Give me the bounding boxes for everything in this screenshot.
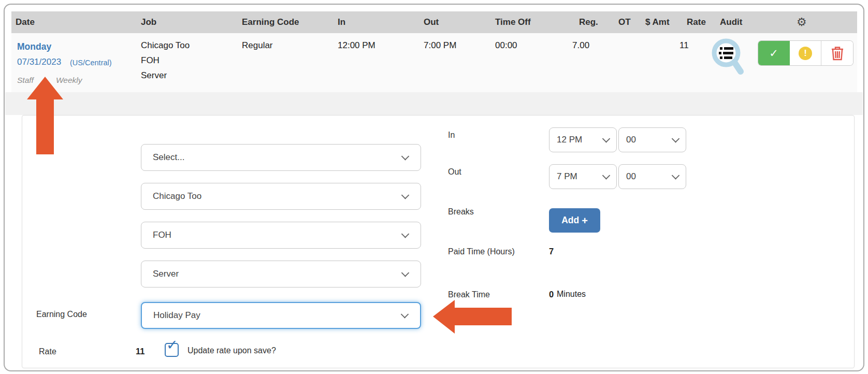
- col-header-amt: $ Amt: [645, 11, 670, 33]
- rate-value: 11: [136, 347, 144, 356]
- col-header-audit: Audit: [720, 11, 742, 33]
- out-label: Out: [448, 167, 461, 177]
- out-minute-value: 00: [626, 171, 636, 182]
- job-select-location-value: Chicago Too: [153, 191, 201, 202]
- check-icon: ✓: [769, 47, 778, 60]
- row-job-location: Chicago Too: [141, 40, 190, 51]
- chevron-down-icon: [401, 269, 410, 277]
- row-earning-code: Regular: [242, 40, 273, 51]
- in-label: In: [448, 131, 455, 140]
- row-time-off: 00:00: [495, 40, 517, 51]
- row-rate: 11: [679, 40, 689, 51]
- row-staff-suffix: Weekly: [56, 76, 82, 85]
- paid-time-value: 7: [549, 247, 554, 256]
- settings-gear-icon[interactable]: ⚙: [797, 11, 807, 33]
- job-select-placeholder-value: Select...: [153, 152, 184, 163]
- row-day-link[interactable]: Monday: [17, 41, 51, 52]
- in-hour-select[interactable]: 12 PM: [549, 127, 617, 152]
- col-header-rate: Rate: [687, 11, 706, 33]
- rate-label: Rate: [39, 347, 56, 356]
- job-select-department[interactable]: FOH: [141, 222, 421, 249]
- list-icon: [719, 47, 733, 59]
- row-reg-hours: 7.00: [572, 40, 589, 51]
- job-select-department-value: FOH: [153, 230, 171, 240]
- col-header-in: In: [338, 11, 345, 33]
- row-job-department: FOH: [141, 55, 160, 66]
- chevron-down-icon: [401, 230, 410, 238]
- earning-code-select[interactable]: Holiday Pay: [141, 302, 421, 329]
- col-header-ot: OT: [618, 11, 631, 33]
- warning-button[interactable]: !: [790, 41, 821, 65]
- row-in-time: 12:00 PM: [338, 40, 375, 51]
- chevron-down-icon: [602, 171, 611, 180]
- col-header-time-off: Time Off: [495, 11, 531, 33]
- chevron-down-icon: [602, 135, 611, 143]
- in-minute-select[interactable]: 00: [618, 127, 686, 152]
- job-field-label: Job: [40, 128, 54, 138]
- chevron-down-icon: [401, 152, 410, 161]
- earning-code-select-value: Holiday Pay: [153, 310, 200, 321]
- row-job-role: Server: [141, 70, 167, 81]
- chevron-down-icon: [401, 310, 409, 319]
- job-select-role-value: Server: [153, 269, 179, 279]
- row-staff-prefix: Staff: [17, 76, 34, 85]
- approve-button[interactable]: ✓: [758, 41, 790, 65]
- break-time-value: 0: [549, 290, 554, 299]
- chevron-down-icon: [401, 191, 410, 199]
- warning-icon: !: [799, 47, 812, 60]
- job-select-location[interactable]: Chicago Too: [141, 183, 421, 210]
- plus-icon: +: [582, 215, 588, 226]
- break-time-unit: Minutes: [557, 290, 586, 299]
- row-action-buttons: ✓ !: [758, 41, 853, 65]
- add-break-button[interactable]: Add +: [549, 208, 600, 233]
- row-panel-divider-strip: [5, 92, 863, 115]
- update-rate-label: Update rate upon save?: [187, 346, 276, 355]
- out-hour-value: 7 PM: [557, 171, 577, 182]
- col-header-out: Out: [424, 11, 439, 33]
- row-out-time: 7:00 PM: [424, 40, 456, 51]
- job-select-role[interactable]: Server: [141, 261, 421, 287]
- job-select-placeholder[interactable]: Select...: [141, 144, 421, 171]
- out-minute-select[interactable]: 00: [618, 164, 686, 189]
- trash-icon: [831, 46, 844, 61]
- audit-log-magnifier-icon[interactable]: [708, 38, 748, 77]
- earning-code-label: Earning Code: [36, 310, 87, 319]
- paid-time-label: Paid Time (Hours): [448, 247, 515, 256]
- chevron-down-icon: [672, 135, 680, 143]
- out-hour-select[interactable]: 7 PM: [549, 164, 617, 189]
- in-minute-value: 00: [626, 135, 636, 145]
- row-date-link[interactable]: 07/31/2023: [17, 57, 61, 67]
- in-hour-value: 12 PM: [557, 135, 582, 145]
- col-header-reg: Reg.: [579, 11, 598, 33]
- row-timezone: (US/Central): [70, 59, 112, 67]
- col-header-date: Date: [16, 11, 35, 33]
- break-time-label: Break Time: [448, 290, 490, 299]
- add-break-button-label: Add: [561, 215, 579, 226]
- update-rate-checkbox[interactable]: [165, 343, 179, 357]
- chevron-down-icon: [672, 171, 680, 180]
- col-header-job: Job: [141, 11, 156, 33]
- delete-button[interactable]: [821, 41, 853, 65]
- col-header-earning-code: Earning Code: [242, 11, 299, 33]
- breaks-label: Breaks: [448, 207, 474, 217]
